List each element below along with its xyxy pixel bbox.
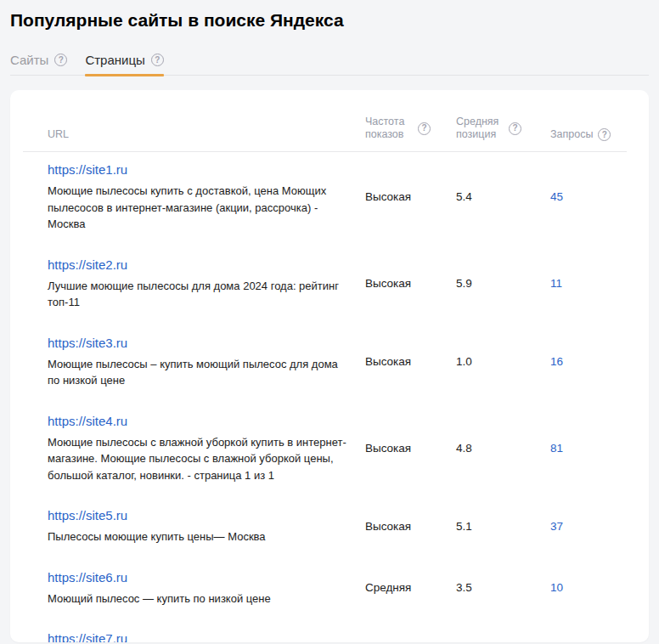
queries-cell: 45 [550,190,627,203]
url-cell: https://site2.ru Лучшие моющие пылесосы … [48,257,365,311]
table-row: https://site4.ru Моющие пылесосы с влажн… [48,404,627,499]
column-header-position-label: Средняя позиция [456,116,504,141]
position-value: 1.0 [456,355,550,368]
page-url-link[interactable]: https://site2.ru [48,257,127,274]
queries-cell: 37 [550,520,627,533]
position-value: 5.4 [456,190,550,203]
queries-cell: 11 [550,277,627,290]
url-cell: https://site1.ru Моющие пылесосы купить … [48,161,365,233]
table-row: https://site6.ru Моющий пылесос — купить… [48,560,627,622]
page-url-link[interactable]: https://site4.ru [48,413,127,430]
page-url-link[interactable]: https://site7.ru [48,630,127,642]
url-cell: https://site5.ru Пылесосы моющие купить … [48,507,365,545]
table-row: https://site7.ru Лучший моющий пылесос д… [48,621,627,642]
tab-sites[interactable]: Сайты [10,53,67,75]
queries-cell: 16 [550,355,627,368]
page-description: Пылесосы моющие купить цены— Москва [48,528,348,545]
column-header-url-label: URL [48,128,69,141]
frequency-value: Высокая [365,190,456,203]
table-header-row: URL Частота показов Средняя позиция Запр… [48,90,627,141]
page-header: Популярные сайты в поиске Яндекса [0,0,659,31]
popular-pages-table: URL Частота показов Средняя позиция Запр… [10,90,649,642]
url-cell: https://site4.ru Моющие пылесосы с влажн… [48,413,365,484]
position-value: 5.1 [456,520,550,533]
column-header-url: URL [48,128,365,141]
frequency-value: Высокая [365,277,456,290]
page-description: Моющие пылесосы купить с доставкой, цена… [48,183,348,233]
url-cell: https://site6.ru Моющий пылесос — купить… [48,569,365,607]
table-row: https://site5.ru Пылесосы моющие купить … [48,498,627,560]
page-url-link[interactable]: https://site1.ru [48,161,127,178]
column-header-frequency: Частота показов [365,116,456,141]
column-header-queries: Запросы [550,128,627,141]
position-value: 5.9 [456,277,550,290]
queries-count-link[interactable]: 37 [550,520,563,533]
page-description: Лучшие моющие пылесосы для дома 2024 год… [48,278,348,311]
queries-count-link[interactable]: 11 [550,277,562,290]
table-row: https://site1.ru Моющие пылесосы купить … [48,152,627,247]
tab-pages-label: Страницы [85,53,144,67]
queries-count-link[interactable]: 10 [550,581,563,594]
url-cell: https://site7.ru Лучший моющий пылесос д… [48,630,365,642]
position-value: 3.5 [456,581,550,594]
queries-count-link[interactable]: 16 [550,355,563,368]
page-description: Моющие пылесосы с влажной уборкой купить… [48,434,348,484]
table-row: https://site3.ru Моющие пылесосы – купит… [48,325,627,404]
page-url-link[interactable]: https://site5.ru [48,507,127,524]
frequency-value: Высокая [365,442,456,455]
help-circle-icon[interactable] [598,128,611,141]
frequency-value: Высокая [365,520,456,533]
column-header-position: Средняя позиция [456,116,550,141]
page-description: Моющие пылесосы – купить моющий пылесос … [48,356,348,389]
page-description: Моющий пылесос — купить по низкой цене [48,590,348,607]
position-value: 4.8 [456,442,550,455]
help-circle-icon[interactable] [509,122,521,135]
queries-count-link[interactable]: 81 [550,442,563,455]
tab-sites-label: Сайты [10,53,48,67]
page-title: Популярные сайты в поиске Яндекса [10,10,649,31]
results-card: URL Частота показов Средняя позиция Запр… [10,90,649,642]
frequency-value: Высокая [365,355,456,368]
help-circle-icon[interactable] [151,54,164,66]
tab-pages[interactable]: Страницы [85,53,163,75]
table-row: https://site2.ru Лучшие моющие пылесосы … [48,247,627,325]
page-url-link[interactable]: https://site6.ru [48,569,127,586]
column-header-queries-label: Запросы [550,128,593,141]
page-url-link[interactable]: https://site3.ru [48,335,127,352]
queries-cell: 81 [550,442,627,455]
help-circle-icon[interactable] [418,122,431,135]
url-cell: https://site3.ru Моющие пылесосы – купит… [48,335,365,389]
column-header-frequency-label: Частота показов [365,116,413,141]
frequency-value: Средняя [365,581,456,594]
queries-cell: 10 [550,581,627,594]
queries-count-link[interactable]: 45 [550,190,563,203]
tab-bar: Сайты Страницы [10,53,649,76]
help-circle-icon[interactable] [54,54,67,66]
